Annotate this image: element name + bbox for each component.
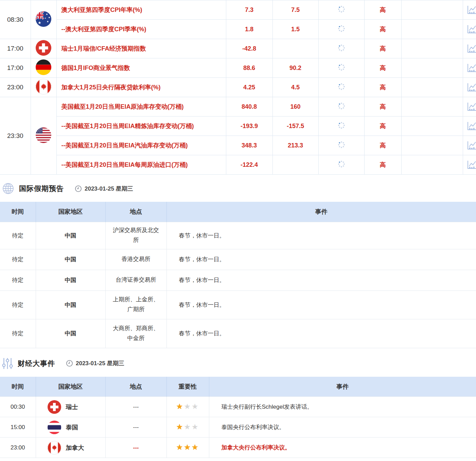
loading-spinner-icon bbox=[338, 122, 345, 129]
section-date: 2023-01-25 星期三 bbox=[66, 359, 124, 367]
chart-button[interactable] bbox=[463, 20, 476, 39]
holiday-row: 待定 中国 上期所、上金所、广期所 春节，休市一日。 bbox=[0, 290, 476, 319]
col-importance: 重要性 bbox=[166, 377, 209, 397]
col-location: 地点 bbox=[105, 202, 166, 222]
chart-button[interactable] bbox=[463, 39, 476, 58]
chart-button[interactable] bbox=[463, 117, 476, 136]
chart-button[interactable] bbox=[463, 0, 476, 20]
chart-button[interactable] bbox=[463, 78, 476, 97]
event-time: 23:00 bbox=[0, 438, 36, 458]
forecast-value: -157.5 bbox=[272, 117, 318, 136]
forecast-value bbox=[272, 39, 318, 58]
event-name-link[interactable]: --澳大利亚第四季度CPI季率(%) bbox=[56, 20, 226, 39]
loading-spinner-icon bbox=[338, 25, 345, 32]
published-value-cell bbox=[318, 117, 364, 136]
col-country: 国家地区 bbox=[36, 377, 105, 397]
flag-canada-icon bbox=[31, 78, 56, 97]
event-name-link[interactable]: 澳大利亚第四季度CPI年率(%) bbox=[56, 0, 226, 20]
event-name-link[interactable]: --美国截至1月20日当周EIA汽油库存变动(万桶) bbox=[56, 136, 226, 155]
loading-spinner-icon bbox=[338, 83, 345, 90]
holiday-row: 待定 中国 香港交易所 春节，休市一日。 bbox=[0, 249, 476, 270]
published-value-cell bbox=[318, 0, 364, 20]
col-country: 国家地区 bbox=[36, 202, 105, 222]
forecast-value: 4.5 bbox=[272, 78, 318, 97]
importance-badge: 高 bbox=[364, 39, 401, 58]
bull-bear-cell bbox=[401, 136, 463, 155]
previous-value: -122.4 bbox=[226, 155, 272, 175]
release-time: 08:30 bbox=[0, 0, 31, 39]
economic-calendar-table: 08:30 澳大利亚第四季度CPI年率(%) 7.3 7.5 高 --澳大利亚第… bbox=[0, 0, 476, 175]
release-time: 23:30 bbox=[0, 97, 31, 175]
bull-bear-cell bbox=[401, 155, 463, 175]
event-name-link[interactable]: 瑞士1月瑞信/CFA经济预期指数 bbox=[56, 39, 226, 58]
holiday-location: 大商所、郑商所、中金所 bbox=[105, 319, 166, 348]
calendar-row: --美国截至1月20日当周EIA精炼油库存变动(万桶) -193.9 -157.… bbox=[0, 117, 476, 136]
event-name-link[interactable]: 加拿大1月25日央行隔夜贷款利率(%) bbox=[56, 78, 226, 97]
events-table: 时间 国家地区 地点 重要性 事件 00:30 瑞士 --- 瑞士央行副行长Sc… bbox=[0, 377, 476, 458]
importance-stars bbox=[166, 438, 209, 458]
calendar-row: 23:00 加拿大1月25日央行隔夜贷款利率(%) 4.25 4.5 高 bbox=[0, 78, 476, 97]
flag-switzerland-icon bbox=[48, 400, 61, 414]
chart-button[interactable] bbox=[463, 136, 476, 155]
events-section-header: 财经大事件 2023-01-25 星期三 bbox=[2, 357, 476, 370]
release-time: 23:00 bbox=[0, 78, 31, 97]
forecast-value: 7.5 bbox=[272, 0, 318, 20]
previous-value: 1.8 bbox=[226, 20, 272, 39]
chart-button[interactable] bbox=[463, 155, 476, 175]
holiday-event: 春节，休市一日。 bbox=[166, 319, 476, 348]
chart-button[interactable] bbox=[463, 58, 476, 78]
star-icon bbox=[192, 402, 199, 411]
event-row: 00:30 瑞士 --- 瑞士央行副行长Schlegel发表讲话。 bbox=[0, 397, 476, 417]
event-description: 瑞士央行副行长Schlegel发表讲话。 bbox=[209, 397, 476, 417]
published-value-cell bbox=[318, 58, 364, 78]
event-name-link[interactable]: 德国1月IFO商业景气指数 bbox=[56, 58, 226, 78]
importance-badge: 高 bbox=[364, 97, 401, 117]
chart-button[interactable] bbox=[463, 97, 476, 117]
star-icon bbox=[176, 402, 184, 411]
forecast-value: 213.3 bbox=[272, 136, 318, 155]
release-time: 17:00 bbox=[0, 58, 31, 78]
star-icon bbox=[192, 423, 199, 431]
event-location: --- bbox=[105, 417, 166, 438]
holiday-time: 待定 bbox=[0, 319, 36, 348]
clock-icon bbox=[66, 360, 73, 367]
previous-value: -193.9 bbox=[226, 117, 272, 136]
chart-icon bbox=[466, 140, 476, 150]
holiday-location: 沪深交易所及北交所 bbox=[105, 222, 166, 249]
importance-badge: 高 bbox=[364, 117, 401, 136]
star-icon bbox=[184, 423, 192, 431]
bull-bear-cell bbox=[401, 117, 463, 136]
holiday-country: 中国 bbox=[36, 290, 105, 319]
loading-spinner-icon bbox=[338, 141, 345, 148]
flag-thailand-icon bbox=[48, 421, 61, 434]
chart-icon bbox=[466, 82, 476, 92]
importance-stars bbox=[166, 417, 209, 438]
holiday-row: 待定 中国 沪深交易所及北交所 春节，休市一日。 bbox=[0, 222, 476, 249]
calendar-row: --美国截至1月20日当周EIA汽油库存变动(万桶) 348.3 213.3 高 bbox=[0, 136, 476, 155]
holiday-country: 中国 bbox=[36, 270, 105, 290]
holiday-event: 春节，休市一日。 bbox=[166, 290, 476, 319]
previous-value: 348.3 bbox=[226, 136, 272, 155]
published-value-cell bbox=[318, 136, 364, 155]
event-description: 加拿大央行公布利率决议。 bbox=[209, 438, 476, 458]
globe-icon bbox=[2, 182, 14, 195]
section-date: 2023-01-25 星期三 bbox=[75, 185, 133, 193]
previous-value: 840.8 bbox=[226, 97, 272, 117]
forecast-value: 160 bbox=[272, 97, 318, 117]
star-icon bbox=[184, 443, 192, 451]
calendar-row: 17:00 瑞士1月瑞信/CFA经济预期指数 -42.8 高 bbox=[0, 39, 476, 58]
calendar-row: --澳大利亚第四季度CPI季率(%) 1.8 1.5 高 bbox=[0, 20, 476, 39]
event-time: 15:00 bbox=[0, 417, 36, 438]
event-name-link[interactable]: 美国截至1月20日当周EIA原油库存变动(万桶) bbox=[56, 97, 226, 117]
holiday-location: 上期所、上金所、广期所 bbox=[105, 290, 166, 319]
section-title: 财经大事件 bbox=[18, 359, 55, 368]
loading-spinner-icon bbox=[338, 102, 345, 110]
calendar-row: 23:30 美国截至1月20日当周EIA原油库存变动(万桶) 840.8 160… bbox=[0, 97, 476, 117]
bull-bear-cell bbox=[401, 20, 463, 39]
loading-spinner-icon bbox=[338, 5, 345, 13]
event-name-link[interactable]: --美国截至1月20日当周EIA精炼油库存变动(万桶) bbox=[56, 117, 226, 136]
flag-australia-icon bbox=[31, 0, 56, 39]
event-name-link[interactable]: --美国截至1月20日当周EIA每周原油进口(万桶) bbox=[56, 155, 226, 175]
forecast-value: 90.2 bbox=[272, 58, 318, 78]
holiday-table: 时间 国家地区 地点 事件 待定 中国 沪深交易所及北交所 春节，休市一日。 待… bbox=[0, 202, 476, 348]
